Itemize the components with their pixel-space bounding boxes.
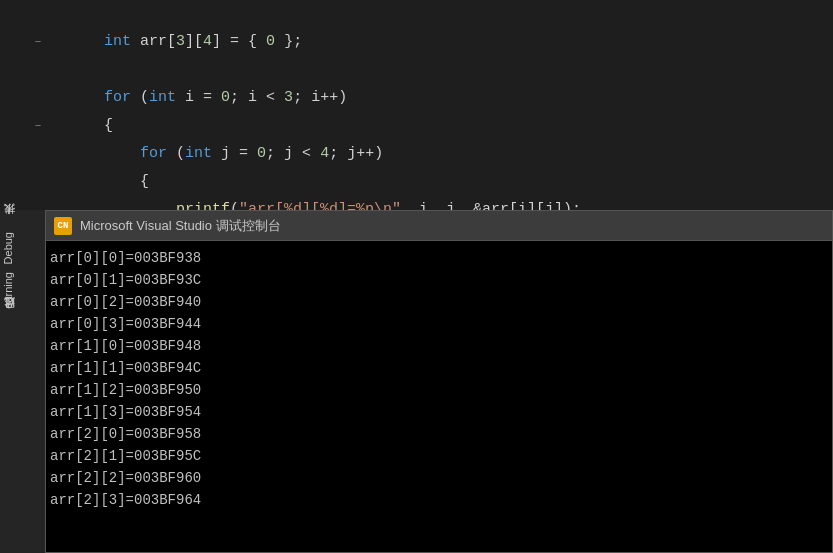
sidebar-labels: 未找 Debug earning 已跳过 bbox=[0, 210, 45, 553]
console-output-line: arr[2][0]=003BF958 bbox=[50, 423, 828, 445]
console-output-line: arr[0][3]=003BF944 bbox=[50, 313, 828, 335]
fold-column: − − bbox=[30, 0, 46, 210]
code-line-7: printf("arr[%d][%d]=%p\n", i, j, &arr[i]… bbox=[50, 168, 833, 196]
console-output-line: arr[2][3]=003BF964 bbox=[50, 489, 828, 511]
sidebar-label-3: earning bbox=[0, 268, 45, 313]
console-output-line: arr[2][1]=003BF95C bbox=[50, 445, 828, 467]
sidebar-label-2: Debug bbox=[0, 228, 45, 268]
console-output-line: arr[0][1]=003BF93C bbox=[50, 269, 828, 291]
console-title: Microsoft Visual Studio 调试控制台 bbox=[80, 217, 281, 235]
console-body: arr[0][0]=003BF938arr[0][1]=003BF93Carr[… bbox=[46, 241, 832, 552]
code-line-5: for (int j = 0; j < 4; j++) bbox=[50, 112, 833, 140]
sidebar-label-1: 未找 bbox=[0, 220, 45, 228]
console-output-line: arr[1][0]=003BF948 bbox=[50, 335, 828, 357]
console-app-icon: CN bbox=[54, 217, 72, 235]
line-numbers bbox=[0, 0, 30, 210]
console-output-line: arr[2][2]=003BF960 bbox=[50, 467, 828, 489]
console-output-line: arr[1][2]=003BF950 bbox=[50, 379, 828, 401]
console-output-line: arr[0][2]=003BF940 bbox=[50, 291, 828, 313]
code-editor: − − int arr[3][4] = { 0 }; for (int i = … bbox=[0, 0, 833, 210]
fold-btn-2[interactable]: − bbox=[30, 112, 46, 140]
console-titlebar: CN Microsoft Visual Studio 调试控制台 bbox=[46, 211, 832, 241]
sidebar-label-4: 已跳过 bbox=[0, 313, 45, 321]
code-content[interactable]: int arr[3][4] = { 0 }; for (int i = 0; i… bbox=[46, 0, 833, 210]
console-output-line: arr[1][1]=003BF94C bbox=[50, 357, 828, 379]
console-output-line: arr[1][3]=003BF954 bbox=[50, 401, 828, 423]
console-window: CN Microsoft Visual Studio 调试控制台 arr[0][… bbox=[45, 210, 833, 553]
code-line-3: for (int i = 0; i < 3; i++) bbox=[50, 56, 833, 84]
fold-btn-1[interactable]: − bbox=[30, 28, 46, 56]
console-output-line: arr[0][0]=003BF938 bbox=[50, 247, 828, 269]
code-line-1: int arr[3][4] = { 0 }; bbox=[50, 0, 833, 28]
